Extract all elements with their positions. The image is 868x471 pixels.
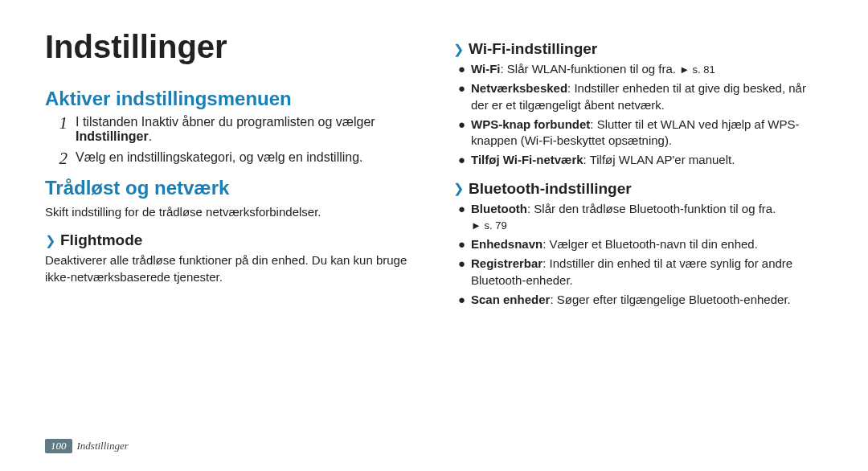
wifi-item-3-body: WPS-knap forbundet: Slutter til et WLAN … — [471, 117, 823, 149]
bullet-icon: ● — [458, 152, 465, 168]
wifi-item-4: ● Tilføj Wi-Fi-netværk: Tilføj WLAN AP'e… — [458, 152, 823, 168]
step-2: 2 Vælg en indstillingskategori, og vælg … — [45, 150, 415, 167]
page-ref: ► s. 81 — [679, 63, 715, 76]
bullet-icon: ● — [458, 201, 465, 217]
bt-item-2: ● Enhedsnavn: Vælger et Bluetooth-navn t… — [458, 236, 823, 252]
bullet-icon: ● — [458, 80, 465, 96]
flightmode-text: Deaktiverer alle trådløse funktioner på … — [45, 252, 415, 285]
wifi-item-4-lead: Tilføj Wi-Fi-netværk — [471, 153, 583, 166]
wifi-item-2-body: Netværksbesked: Indstiller enheden til a… — [471, 80, 823, 113]
subheading-bluetooth: ❯ Bluetooth-indstillinger — [453, 180, 823, 198]
bt-item-4-lead: Scan enheder — [471, 293, 550, 306]
wifi-item-4-body: Tilføj Wi-Fi-netværk: Tilføj WLAN AP'er … — [471, 152, 735, 168]
wifi-item-2-lead: Netværksbesked — [471, 81, 567, 95]
step-1-suffix: . — [149, 129, 152, 143]
bt-item-1: ● Bluetooth: Slår den trådløse Bluetooth… — [458, 201, 823, 234]
footer-title: Indstillinger — [77, 440, 129, 453]
wifi-item-1: ● Wi-Fi: Slår WLAN-funktionen til og fra… — [458, 61, 823, 77]
step-2-body: Vælg en indstillingskategori, og vælg en… — [76, 150, 415, 165]
step-2-number: 2 — [55, 150, 68, 167]
page-number-badge: 100 — [45, 439, 72, 453]
bt-item-4-body: Scan enheder: Søger efter tilgængelige B… — [471, 292, 791, 308]
bt-item-2-body: Enhedsnavn: Vælger et Bluetooth-navn til… — [471, 236, 758, 252]
subheading-wifi: ❯ Wi-Fi-indstillinger — [453, 40, 823, 58]
chevron-icon: ❯ — [45, 233, 55, 248]
bt-item-4: ● Scan enheder: Søger efter tilgængelige… — [458, 292, 823, 308]
step-1: 1 I tilstanden Inaktiv åbner du programl… — [45, 115, 415, 144]
wifi-item-1-text: : Slår WLAN-funktionen til og fra. — [501, 62, 680, 76]
page-footer: 100 Indstillinger — [45, 439, 129, 453]
step-1-body: I tilstanden Inaktiv åbner du programlis… — [76, 115, 415, 144]
subheading-flightmode: ❯ Flightmode — [45, 231, 415, 249]
bluetooth-list: ● Bluetooth: Slår den trådløse Bluetooth… — [453, 201, 823, 309]
wifi-item-2: ● Netværksbesked: Indstiller enheden til… — [458, 80, 823, 113]
bullet-icon: ● — [458, 117, 465, 133]
step-1-number: 1 — [55, 115, 68, 132]
wifi-list: ● Wi-Fi: Slår WLAN-funktionen til og fra… — [453, 61, 823, 169]
page-ref: ► s. 79 — [471, 219, 507, 231]
bt-item-1-lead: Bluetooth — [471, 202, 527, 215]
wifi-item-4-text: : Tilføj WLAN AP'er manuelt. — [583, 153, 735, 166]
section-activate: Aktiver indstillingsmenuen — [45, 88, 415, 110]
bt-item-3-lead: Registrerbar — [471, 256, 542, 270]
step-1-prefix: I tilstanden Inaktiv åbner du programlis… — [76, 115, 375, 129]
bt-item-2-lead: Enhedsnavn — [471, 237, 542, 251]
bt-item-3-body: Registrerbar: Indstiller din enhed til a… — [471, 256, 823, 289]
chevron-icon: ❯ — [453, 181, 464, 196]
step-1-bold: Indstillinger — [76, 129, 149, 143]
bt-item-1-body: Bluetooth: Slår den trådløse Bluetooth-f… — [471, 201, 776, 234]
bullet-icon: ● — [458, 292, 465, 308]
wifi-item-1-body: Wi-Fi: Slår WLAN-funktionen til og fra. … — [471, 61, 715, 77]
subheading-flightmode-label: Flightmode — [60, 231, 142, 249]
subheading-wifi-label: Wi-Fi-indstillinger — [469, 40, 597, 58]
subheading-bluetooth-label: Bluetooth-indstillinger — [469, 180, 632, 198]
bt-item-3: ● Registrerbar: Indstiller din enhed til… — [458, 256, 823, 289]
wireless-intro: Skift indstilling for de trådløse netvær… — [45, 204, 415, 220]
section-wireless: Trådløst og netværk — [45, 177, 415, 199]
chevron-icon: ❯ — [453, 42, 464, 57]
bullet-icon: ● — [458, 61, 465, 77]
bt-item-4-text: : Søger efter tilgængelige Bluetooth-enh… — [550, 293, 790, 306]
bullet-icon: ● — [458, 256, 465, 272]
bt-item-2-text: : Vælger et Bluetooth-navn til din enhed… — [542, 237, 758, 251]
wifi-item-3-lead: WPS-knap forbundet — [471, 117, 590, 131]
bt-item-1-text: : Slår den trådløse Bluetooth-funktion t… — [527, 202, 776, 215]
page-title: Indstillinger — [45, 29, 415, 65]
wifi-item-3: ● WPS-knap forbundet: Slutter til et WLA… — [458, 117, 823, 149]
wifi-item-1-lead: Wi-Fi — [471, 62, 501, 76]
bullet-icon: ● — [458, 236, 465, 252]
